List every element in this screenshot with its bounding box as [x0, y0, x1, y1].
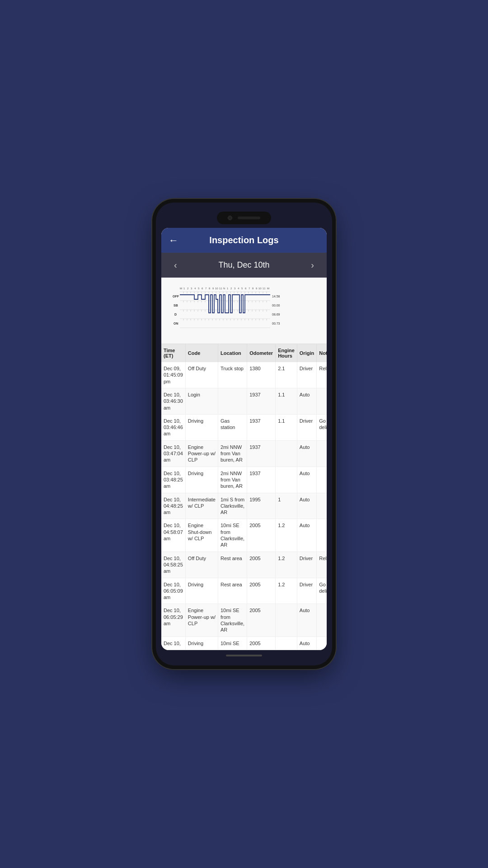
table-row: Dec 10, 03:46:46 am Driving Gas station … — [161, 414, 327, 440]
back-button[interactable]: ← — [169, 235, 178, 246]
cell-notes — [317, 604, 327, 637]
next-date-button[interactable]: › — [307, 258, 318, 272]
cell-time: Dec 10, 06:05:09 am — [161, 578, 185, 604]
cell-code: Driving — [185, 637, 218, 650]
table-row: Dec 10, 03:48:25 am Driving 2mi NNW from… — [161, 467, 327, 493]
cell-origin: Auto — [297, 467, 316, 493]
cell-engine-hours: 1.1 — [276, 388, 297, 414]
col-origin: Origin — [297, 344, 316, 362]
table-row: Dec 10, 04:58:07 am Engine Shut-down w/ … — [161, 519, 327, 552]
prev-date-button[interactable]: ‹ — [170, 258, 181, 272]
cell-location: 2mi NNW from Van buren, AR — [218, 440, 247, 467]
cell-notes — [317, 637, 327, 650]
svg-text:4: 4 — [238, 287, 239, 290]
chart-svg: M 1 2 3 4 5 6 7 8 9 10 11 N 1 2 3 4 — [169, 285, 319, 335]
cell-engine-hours: 1.2 — [276, 519, 297, 552]
table-row: Dec 10, 04:58:25 am Off Duty Rest area 2… — [161, 552, 327, 578]
svg-text:11: 11 — [219, 287, 222, 290]
cell-engine-hours: 1.2 — [276, 552, 297, 578]
col-location: Location — [218, 344, 247, 362]
home-bar[interactable] — [226, 655, 262, 656]
svg-text:00.00: 00.00 — [272, 304, 280, 307]
cell-origin: Auto — [297, 440, 316, 467]
col-code: Code — [185, 344, 218, 362]
cell-code: Login — [185, 388, 218, 414]
col-odometer: Odometer — [247, 344, 276, 362]
col-notes: Notes — [317, 344, 327, 362]
app-container: ← Inspection Logs ‹ Thu, Dec 10th › M 1 … — [161, 228, 327, 650]
svg-text:ON: ON — [174, 322, 178, 325]
cell-location: 1mi S from Clarksville, AR — [218, 493, 247, 519]
cell-odometer: 1937 — [247, 440, 276, 467]
svg-text:6: 6 — [245, 287, 247, 290]
col-engine-hours: Engine Hours — [276, 344, 297, 362]
svg-text:8: 8 — [252, 287, 254, 290]
cell-time: Dec 10, 04:48:25 am — [161, 493, 185, 519]
cell-engine-hours — [276, 637, 297, 650]
cell-origin: Auto — [297, 604, 316, 637]
svg-text:14.58: 14.58 — [272, 295, 280, 298]
speaker-icon — [238, 217, 260, 219]
cell-location: 10mi SE from Clarksville, AR — [218, 604, 247, 637]
svg-text:11: 11 — [263, 287, 266, 290]
cell-odometer: 1995 — [247, 493, 276, 519]
cell-origin: Driver — [297, 362, 316, 388]
table-row: Dec 10, 06:05:29 am Engine Power-up w/ C… — [161, 604, 327, 637]
svg-text:9: 9 — [212, 287, 214, 290]
date-navigation: ‹ Thu, Dec 10th › — [161, 253, 327, 278]
svg-text:9: 9 — [256, 287, 258, 290]
table-row: Dec 09, 01:45:09 pm Off Duty Truck stop … — [161, 362, 327, 388]
cell-odometer: 1937 — [247, 414, 276, 440]
svg-text:3: 3 — [191, 287, 192, 290]
cell-engine-hours: 1 — [276, 493, 297, 519]
cell-code: Engine Shut-down w/ CLP — [185, 519, 218, 552]
svg-text:10: 10 — [215, 287, 218, 290]
table-row: Dec 10, 06:05:09 am Driving Rest area 20… — [161, 578, 327, 604]
cell-code: Off Duty — [185, 552, 218, 578]
svg-text:N: N — [223, 287, 225, 290]
cell-time: Dec 10, 03:47:04 am — [161, 440, 185, 467]
cell-odometer: 2005 — [247, 552, 276, 578]
table-row: Dec 10, 03:47:04 am Engine Power-up w/ C… — [161, 440, 327, 467]
cell-notes: Go to delivery — [317, 414, 327, 440]
svg-text:4: 4 — [194, 287, 196, 290]
cell-time: Dec 10, 03:46:46 am — [161, 414, 185, 440]
table-row: Dec 10, 03:46:30 am Login 1937 1.1 Auto — [161, 388, 327, 414]
cell-code: Off Duty — [185, 362, 218, 388]
cell-odometer: 1937 — [247, 388, 276, 414]
cell-odometer: 2005 — [247, 604, 276, 637]
svg-text:3: 3 — [234, 287, 236, 290]
cell-time: Dec 10, — [161, 637, 185, 650]
svg-text:5: 5 — [241, 287, 243, 290]
cell-code: Intermediate w/ CLP — [185, 493, 218, 519]
col-time: Time (ET) — [161, 344, 185, 362]
cell-location: Rest area — [218, 552, 247, 578]
phone-notch — [217, 212, 271, 224]
cell-location: Truck stop — [218, 362, 247, 388]
cell-notes — [317, 493, 327, 519]
svg-text:1: 1 — [227, 287, 229, 290]
cell-engine-hours: 1.1 — [276, 414, 297, 440]
cell-code: Engine Power-up w/ CLP — [185, 440, 218, 467]
cell-location: Gas station — [218, 414, 247, 440]
cell-odometer: 2005 — [247, 637, 276, 650]
cell-origin: Auto — [297, 388, 316, 414]
cell-code: Engine Power-up w/ CLP — [185, 604, 218, 637]
cell-odometer: 1380 — [247, 362, 276, 388]
cell-origin: Driver — [297, 578, 316, 604]
cell-code: Driving — [185, 578, 218, 604]
cell-notes: Relaxation — [317, 552, 327, 578]
eld-line — [180, 295, 270, 313]
inspection-log-table: Time (ET) Code Location Odometer Engine … — [161, 344, 327, 650]
cell-odometer: 2005 — [247, 519, 276, 552]
cell-engine-hours: 1.2 — [276, 578, 297, 604]
cell-odometer: 1937 — [247, 467, 276, 493]
cell-location: 10mi SE — [218, 637, 247, 650]
cell-origin: Driver — [297, 552, 316, 578]
cell-time: Dec 10, 06:05:29 am — [161, 604, 185, 637]
svg-text:10: 10 — [258, 287, 262, 290]
svg-text:08.69: 08.69 — [272, 313, 280, 316]
svg-text:SB: SB — [174, 304, 178, 307]
svg-text:6: 6 — [202, 287, 203, 290]
cell-notes — [317, 440, 327, 467]
